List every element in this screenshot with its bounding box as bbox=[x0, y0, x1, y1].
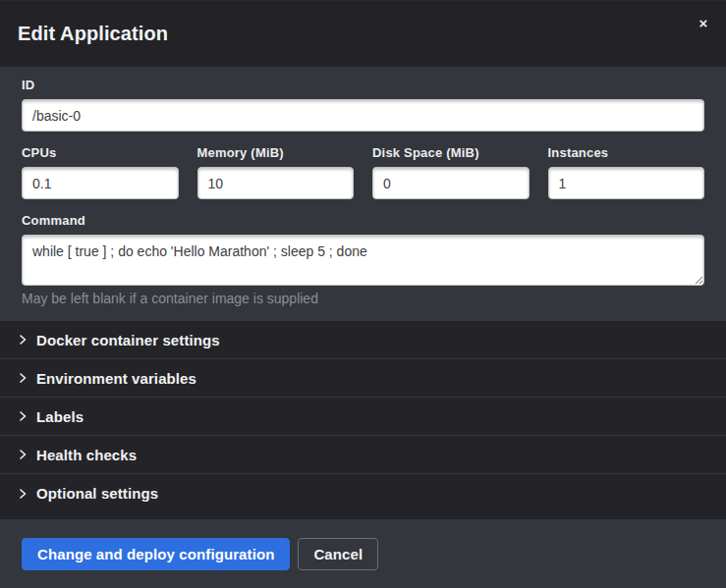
memory-label: Memory (MiB) bbox=[197, 145, 355, 160]
chevron-right-icon bbox=[18, 450, 28, 459]
modal-title: Edit Application bbox=[18, 23, 168, 45]
resources-row: CPUs Memory (MiB) Disk Space (MiB) Insta… bbox=[22, 145, 704, 199]
chevron-right-icon bbox=[18, 373, 28, 383]
section-labels[interactable]: Labels bbox=[0, 398, 726, 436]
memory-field-group: Memory (MiB) bbox=[197, 145, 355, 199]
change-and-deploy-button[interactable]: Change and deploy configuration bbox=[22, 538, 290, 570]
command-field-group: Command while [ true ] ; do echo 'Hello … bbox=[22, 213, 704, 321]
chevron-right-icon bbox=[18, 411, 28, 421]
disk-field-group: Disk Space (MiB) bbox=[372, 145, 530, 199]
command-label: Command bbox=[22, 213, 704, 228]
instances-field-group: Instances bbox=[548, 145, 705, 199]
accordion-sections: Docker container settings Environment va… bbox=[0, 321, 726, 519]
section-health-checks[interactable]: Health checks bbox=[0, 436, 726, 474]
section-docker-container-settings[interactable]: Docker container settings bbox=[0, 321, 726, 359]
modal-footer: Change and deploy configuration Cancel bbox=[0, 519, 726, 588]
memory-input[interactable] bbox=[197, 167, 355, 199]
chevron-right-icon bbox=[18, 335, 28, 345]
modal-header: Edit Application × bbox=[0, 1, 726, 67]
cpus-input[interactable] bbox=[22, 167, 179, 199]
instances-label: Instances bbox=[548, 145, 705, 160]
instances-input[interactable] bbox=[548, 167, 705, 199]
chevron-right-icon bbox=[18, 489, 28, 499]
cpus-field-group: CPUs bbox=[22, 145, 179, 199]
section-label: Health checks bbox=[36, 447, 137, 463]
form-body: ID CPUs Memory (MiB) Disk Space (MiB) In… bbox=[0, 67, 726, 321]
section-label: Optional settings bbox=[36, 485, 158, 502]
close-icon[interactable]: × bbox=[693, 13, 714, 34]
command-textarea[interactable]: while [ true ] ; do echo 'Hello Marathon… bbox=[22, 235, 704, 286]
disk-input[interactable] bbox=[372, 167, 530, 199]
id-field-group: ID bbox=[22, 78, 704, 132]
section-label: Docker container settings bbox=[36, 332, 220, 348]
id-input[interactable] bbox=[22, 99, 704, 132]
cancel-button[interactable]: Cancel bbox=[298, 538, 378, 570]
disk-label: Disk Space (MiB) bbox=[372, 145, 530, 160]
section-optional-settings[interactable]: Optional settings bbox=[0, 474, 726, 512]
section-environment-variables[interactable]: Environment variables bbox=[0, 359, 726, 398]
section-label: Environment variables bbox=[36, 370, 196, 387]
section-label: Labels bbox=[36, 408, 84, 425]
edit-application-modal: Edit Application × ID CPUs Memory (MiB) … bbox=[0, 0, 726, 588]
id-label: ID bbox=[22, 78, 704, 92]
command-help-text: May be left blank if a container image i… bbox=[22, 291, 704, 306]
cpus-label: CPUs bbox=[22, 145, 179, 160]
